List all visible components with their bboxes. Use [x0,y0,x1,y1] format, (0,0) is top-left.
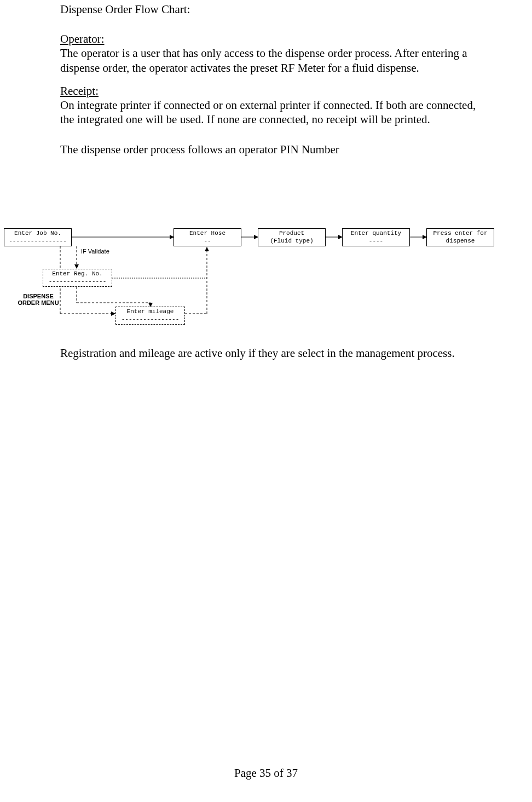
box-enter-hose: Enter Hose -- [174,228,241,246]
box-press-line1: Press enter for [427,230,494,237]
box-press-line2: dispense [427,238,494,245]
box-qty-line2: ---- [343,238,409,245]
operator-text: The operator is a user that has only acc… [60,47,467,74]
box-reg-line2: ---------------- [43,278,112,285]
label-menu-line2: ORDER MENU [18,299,59,306]
operator-heading: Operator: [60,32,104,45]
label-if-validate: IF Validate [81,248,109,255]
label-dispense-order-menu: DISPENSE ORDER MENU [18,293,59,306]
after-flow-text: Registration and mileage are active only… [60,346,482,360]
box-job-line1: Enter Job No. [4,230,71,237]
page-title: Dispense Order Flow Chart: [60,3,482,16]
box-enter-quantity: Enter quantity ---- [342,228,410,246]
box-product: Product (Fluid type) [258,228,326,246]
box-product-line2: (Fluid type) [258,238,325,245]
box-mileage-line2: ---------------- [116,316,184,323]
box-product-line1: Product [258,230,325,237]
box-enter-reg-no: Enter Reg. No. ---------------- [43,269,112,287]
process-text: The dispense order process follows an op… [60,142,482,157]
receipt-text: On integrate printer if connected or on … [60,99,476,126]
box-job-line2: ---------------- [4,238,71,245]
page-footer: Page 35 of 37 [0,766,532,780]
box-hose-line2: -- [174,238,241,245]
box-mileage-line1: Enter mileage [116,308,184,315]
box-reg-line1: Enter Reg. No. [43,270,112,278]
box-hose-line1: Enter Hose [174,230,241,237]
flowchart: Enter Job No. ---------------- Enter Hos… [0,226,532,341]
receipt-heading: Receipt: [60,84,99,97]
box-press-enter-dispense: Press enter for dispense [426,228,494,246]
box-enter-job-no: Enter Job No. ---------------- [4,228,72,246]
box-qty-line1: Enter quantity [343,230,409,237]
box-enter-mileage: Enter mileage ---------------- [115,307,185,325]
label-menu-line1: DISPENSE [23,293,54,299]
